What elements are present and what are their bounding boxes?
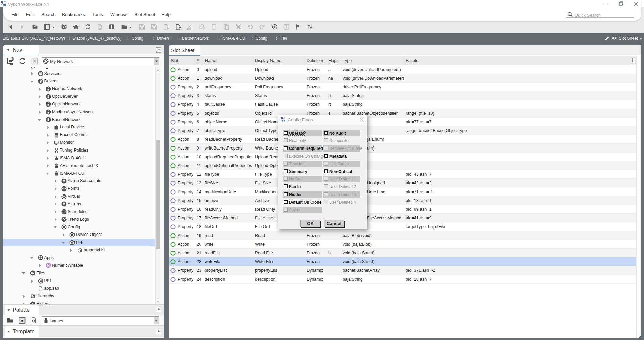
svg-text:4: 4 — [1, 1, 3, 4]
svg-text:4: 4 — [281, 117, 283, 120]
svg-text:N: N — [47, 263, 50, 267]
